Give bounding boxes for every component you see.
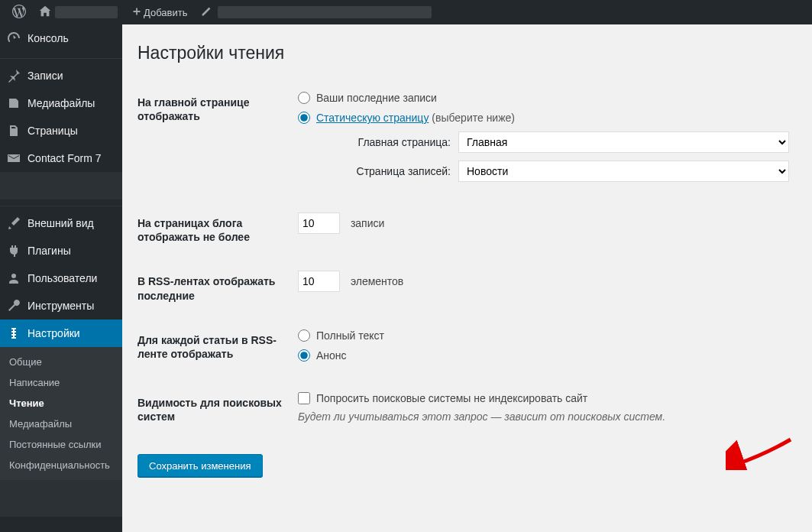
submenu-item-media[interactable]: Медиафайлы	[0, 414, 122, 434]
admin-sidebar: Консоль Записи Медиафайлы Страницы Conta…	[0, 24, 122, 532]
pages-icon	[6, 123, 21, 138]
submenu-item-general[interactable]: Общие	[0, 352, 122, 372]
menu-separator	[0, 55, 122, 59]
submenu-item-writing[interactable]: Написание	[0, 372, 122, 393]
radio-summary[interactable]	[298, 349, 310, 362]
edit-icon	[199, 5, 213, 21]
page-title: Настройки чтения	[137, 43, 797, 63]
sidebar-item-label: Внешний вид	[27, 217, 94, 229]
rss-posts-label: В RSS-лентах отображать последние	[137, 259, 290, 317]
save-button[interactable]: Сохранить изменения	[137, 454, 263, 477]
home-page-select-label: Главная страница:	[321, 136, 451, 148]
site-name-redacted	[55, 6, 118, 18]
sidebar-item-label: Консоль	[27, 32, 69, 44]
sidebar-item-label: Плагины	[27, 245, 71, 257]
toolbar-extra-redacted	[218, 6, 432, 18]
sidebar-item-appearance[interactable]: Внешний вид	[0, 209, 122, 237]
radio-static-page-label[interactable]: Статическую страницу (выберите ниже)	[316, 112, 515, 124]
radio-latest-posts[interactable]	[298, 92, 310, 104]
mail-icon	[6, 151, 21, 166]
visibility-description: Будет ли учитываться этот запрос — завис…	[298, 410, 789, 423]
submenu-item-privacy[interactable]: Конфиденциальность	[0, 455, 122, 475]
new-content-label: Добавить	[144, 7, 187, 18]
media-icon	[6, 96, 21, 111]
radio-full-text[interactable]	[298, 329, 310, 342]
radio-static-page[interactable]	[298, 112, 310, 124]
site-home[interactable]	[32, 0, 124, 24]
wordpress-icon	[12, 5, 26, 21]
sidebar-item-cf7[interactable]: Contact Form 7	[0, 144, 122, 172]
discourage-search-label[interactable]: Попросить поисковые системы не индексиро…	[316, 392, 587, 404]
discourage-search-checkbox[interactable]	[298, 392, 310, 404]
sidebar-item-label: Записи	[27, 70, 63, 82]
sidebar-item-label: Пользователи	[27, 272, 97, 284]
toolbar-extra[interactable]	[193, 0, 438, 24]
main-content: Настройки чтения На главной странице ото…	[122, 24, 812, 532]
sidebar-item-label: Инструменты	[27, 300, 94, 312]
sidebar-item-redacted	[0, 172, 122, 200]
radio-full-text-label[interactable]: Полный текст	[316, 329, 384, 342]
radio-static-page-hint: (выберите ниже)	[432, 112, 515, 124]
sidebar-item-settings[interactable]: Настройки	[0, 320, 122, 347]
menu-separator	[0, 203, 122, 206]
brush-icon	[6, 216, 21, 231]
front-page-label: На главной странице отображать	[137, 80, 290, 201]
submenu-item-permalinks[interactable]: Постоянные ссылки	[0, 434, 122, 455]
radio-static-page-link[interactable]: Статическую страницу	[316, 112, 429, 124]
sidebar-item-tools[interactable]: Инструменты	[0, 292, 122, 320]
settings-submenu: Общие Написание Чтение Медиафайлы Постоя…	[0, 347, 122, 480]
sidebar-item-redacted	[0, 480, 122, 517]
rss-posts-input[interactable]	[298, 271, 340, 292]
users-icon	[6, 271, 21, 286]
sidebar-item-pages[interactable]: Страницы	[0, 117, 122, 144]
posts-page-select-label: Страница записей:	[321, 165, 451, 177]
sidebar-item-dashboard[interactable]: Консоль	[0, 24, 122, 52]
visibility-label: Видимость для поисковых систем	[137, 381, 290, 439]
sidebar-item-users[interactable]: Пользователи	[0, 264, 122, 292]
wp-logo[interactable]	[6, 0, 32, 24]
pin-icon	[6, 68, 21, 83]
submenu-item-reading[interactable]: Чтение	[0, 393, 122, 414]
sidebar-item-label: Настройки	[27, 327, 80, 339]
radio-latest-posts-label[interactable]: Ваши последние записи	[316, 92, 437, 104]
posts-page-select[interactable]: Новости	[458, 161, 789, 182]
tools-icon	[6, 298, 21, 313]
blog-posts-unit: записи	[351, 217, 384, 229]
radio-summary-label[interactable]: Анонс	[316, 349, 347, 362]
admin-toolbar: Добавить	[0, 0, 812, 24]
plus-icon	[130, 5, 144, 21]
sidebar-item-label: Медиафайлы	[27, 97, 95, 109]
rss-posts-unit: элементов	[351, 275, 403, 287]
dashboard-icon	[6, 31, 21, 46]
sidebar-item-posts[interactable]: Записи	[0, 62, 122, 89]
plugin-icon	[6, 243, 21, 258]
new-content[interactable]: Добавить	[124, 0, 193, 24]
home-icon	[38, 5, 52, 21]
sidebar-item-plugins[interactable]: Плагины	[0, 237, 122, 264]
sidebar-item-label: Contact Form 7	[27, 152, 101, 164]
sidebar-item-label: Страницы	[27, 125, 78, 137]
blog-posts-label: На страницах блога отображать не более	[137, 201, 290, 259]
sidebar-item-media[interactable]: Медиафайлы	[0, 89, 122, 117]
home-page-select[interactable]: Главная	[458, 131, 789, 153]
settings-icon	[6, 326, 21, 341]
blog-posts-input[interactable]	[298, 212, 340, 234]
reading-settings-form: На главной странице отображать Ваши посл…	[137, 80, 797, 439]
rss-type-label: Для каждой статьи в RSS-ленте отображать	[137, 318, 290, 381]
